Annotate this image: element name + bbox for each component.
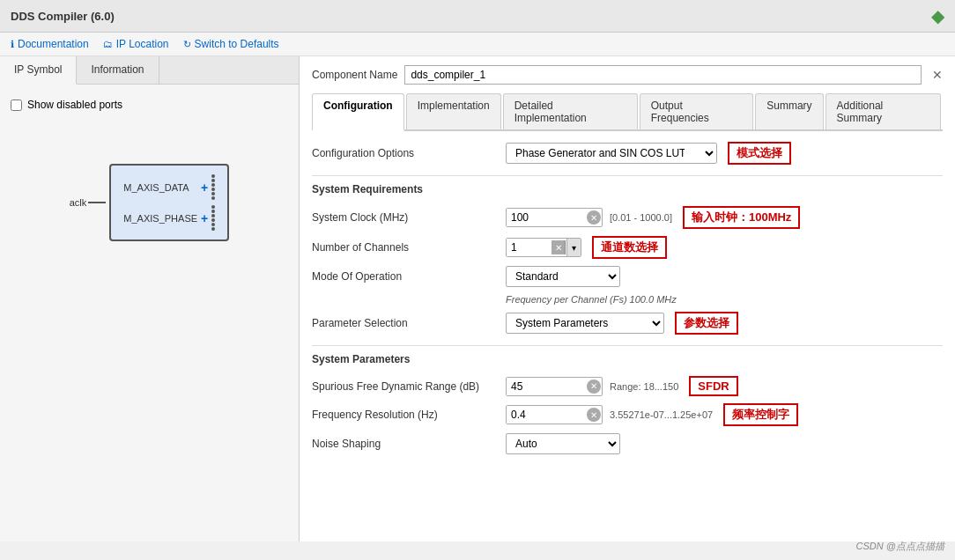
right-panel: Component Name ✕ Configuration Implement… bbox=[300, 56, 955, 542]
system-clock-range: [0.01 - 1000.0] bbox=[610, 212, 672, 223]
symbol-area: aclk M_AXIS_DATA + bbox=[11, 164, 288, 241]
show-disabled-label: Show disabled ports bbox=[27, 99, 122, 111]
sfdr-control: ✕ Range: 18...150 SFDR bbox=[506, 376, 943, 396]
toolbar: ℹ Documentation 🗂 IP Location ↻ Switch t… bbox=[0, 33, 955, 56]
noise-shaping-label: Noise Shaping bbox=[312, 438, 506, 450]
tab-detailed-implementation[interactable]: Detailed Implementation bbox=[503, 93, 638, 129]
component-name-row: Component Name ✕ bbox=[312, 65, 943, 85]
m-axis-data-right: + bbox=[197, 174, 215, 200]
annotation-mode: 模式选择 bbox=[728, 142, 791, 165]
freq-res-input[interactable] bbox=[507, 406, 586, 424]
system-clock-input-group: ✕ bbox=[506, 208, 603, 227]
left-panel: IP Symbol Information Show disabled port… bbox=[0, 56, 300, 542]
aclk-pin: aclk bbox=[70, 197, 107, 208]
system-params-title: System Parameters bbox=[312, 353, 943, 369]
config-options-label: Configuration Options bbox=[312, 147, 506, 159]
aclk-pin-line bbox=[88, 202, 106, 203]
system-requirements-section: System Requirements System Clock (MHz) ✕… bbox=[312, 183, 943, 335]
m-axis-phase-pin: M_AXIS_PHASE + bbox=[123, 205, 215, 231]
config-options-select[interactable]: Phase Generator and SIN COS LUT bbox=[506, 143, 717, 164]
left-panel-content: Show disabled ports aclk M_AXIS_DATA + bbox=[0, 85, 299, 250]
sfdr-clear[interactable]: ✕ bbox=[587, 379, 601, 394]
param-selection-row: Parameter Selection System Parameters 参数… bbox=[312, 312, 943, 335]
documentation-link[interactable]: ℹ Documentation bbox=[11, 38, 89, 50]
config-options-section: Configuration Options Phase Generator an… bbox=[312, 142, 943, 165]
m-axis-phase-label: M_AXIS_PHASE bbox=[123, 213, 197, 224]
annotation-clock: 输入时钟：100MHz bbox=[683, 206, 800, 229]
num-channels-label: Number of Channels bbox=[312, 241, 506, 254]
show-disabled-row: Show disabled ports bbox=[11, 99, 288, 111]
m-axis-phase-right: + bbox=[197, 205, 215, 231]
aclk-label: aclk bbox=[70, 197, 87, 208]
refresh-icon: ↻ bbox=[183, 39, 191, 50]
documentation-label: Documentation bbox=[18, 38, 89, 50]
annotation-sfdr: SFDR bbox=[689, 376, 737, 396]
system-clock-label: System Clock (MHz) bbox=[312, 211, 506, 224]
tabs-row: Configuration Implementation Detailed Im… bbox=[312, 93, 943, 131]
config-options-control: Phase Generator and SIN COS LUT 模式选择 bbox=[506, 142, 943, 165]
app-title: DDS Compiler (6.0) bbox=[11, 10, 115, 23]
m-axis-data-plus: + bbox=[201, 181, 208, 195]
close-icon[interactable]: ✕ bbox=[932, 68, 943, 82]
m-axis-data-pin: M_AXIS_DATA + bbox=[123, 174, 215, 200]
tab-ip-symbol[interactable]: IP Symbol bbox=[0, 56, 77, 85]
system-clock-row: System Clock (MHz) ✕ [0.01 - 1000.0] 输入时… bbox=[312, 206, 943, 229]
mode-operation-control: Standard bbox=[506, 266, 943, 287]
symbol-box: M_AXIS_DATA + M_AXIS_PHASE + bbox=[109, 164, 229, 241]
ip-location-label: IP Location bbox=[116, 38, 169, 50]
freq-res-input-group: ✕ bbox=[506, 405, 603, 424]
noise-shaping-select[interactable]: Auto bbox=[506, 433, 620, 454]
num-channels-dropdown[interactable]: ▾ bbox=[566, 239, 581, 256]
config-options-row: Configuration Options Phase Generator an… bbox=[312, 142, 943, 165]
num-channels-input-group: ✕ ▾ bbox=[506, 238, 581, 257]
sfdr-row: Spurious Free Dynamic Range (dB) ✕ Range… bbox=[312, 376, 943, 396]
show-disabled-checkbox[interactable] bbox=[11, 99, 22, 111]
annotation-freq: 频率控制字 bbox=[723, 403, 798, 426]
freq-per-channel-note: Frequency per Channel (Fs) 100.0 MHz bbox=[506, 294, 943, 305]
info-icon: ℹ bbox=[11, 39, 14, 50]
freq-res-label: Frequency Resolution (Hz) bbox=[312, 409, 506, 421]
freq-res-range: 3.55271e-07...1.25e+07 bbox=[610, 409, 713, 420]
m-axis-phase-dots bbox=[211, 205, 215, 231]
sfdr-input[interactable] bbox=[507, 378, 586, 395]
title-bar: DDS Compiler (6.0) ◆ bbox=[0, 0, 955, 33]
param-selection-select[interactable]: System Parameters bbox=[506, 313, 664, 334]
param-selection-control: System Parameters 参数选择 bbox=[506, 312, 943, 335]
mode-operation-label: Mode Of Operation bbox=[312, 270, 506, 283]
tab-summary[interactable]: Summary bbox=[755, 93, 823, 129]
noise-shaping-row: Noise Shaping Auto bbox=[312, 433, 943, 454]
freq-res-row: Frequency Resolution (Hz) ✕ 3.55271e-07.… bbox=[312, 403, 943, 426]
system-clock-control: ✕ [0.01 - 1000.0] 输入时钟：100MHz bbox=[506, 206, 943, 229]
param-selection-label: Parameter Selection bbox=[312, 317, 506, 329]
component-name-label: Component Name bbox=[312, 69, 397, 81]
tab-implementation[interactable]: Implementation bbox=[406, 93, 501, 129]
num-channels-row: Number of Channels ✕ ▾ 通道数选择 bbox=[312, 236, 943, 259]
sfdr-label: Spurious Free Dynamic Range (dB) bbox=[312, 380, 506, 393]
system-clock-input[interactable] bbox=[507, 209, 586, 226]
sfdr-input-group: ✕ bbox=[506, 377, 603, 396]
mode-operation-select[interactable]: Standard bbox=[506, 266, 620, 287]
system-params-section: System Parameters Spurious Free Dynamic … bbox=[312, 353, 943, 454]
m-axis-phase-plus: + bbox=[201, 211, 208, 225]
watermark: CSDN @点点点描描 bbox=[856, 540, 944, 553]
component-name-input[interactable] bbox=[404, 65, 922, 85]
m-axis-data-label: M_AXIS_DATA bbox=[123, 182, 189, 193]
switch-defaults-label: Switch to Defaults bbox=[195, 38, 279, 50]
num-channels-clear[interactable]: ✕ bbox=[552, 240, 566, 254]
tab-configuration[interactable]: Configuration bbox=[312, 93, 404, 131]
m-axis-data-dots bbox=[211, 174, 215, 200]
tab-additional-summary[interactable]: Additional Summary bbox=[825, 93, 941, 129]
switch-defaults-link[interactable]: ↻ Switch to Defaults bbox=[183, 38, 279, 50]
left-tabs: IP Symbol Information bbox=[0, 56, 299, 85]
num-channels-input[interactable] bbox=[507, 239, 551, 256]
system-clock-clear[interactable]: ✕ bbox=[587, 210, 601, 225]
system-req-title: System Requirements bbox=[312, 183, 943, 199]
annotation-channels: 通道数选择 bbox=[592, 236, 667, 259]
freq-res-control: ✕ 3.55271e-07...1.25e+07 频率控制字 bbox=[506, 403, 943, 426]
mode-operation-row: Mode Of Operation Standard bbox=[312, 266, 943, 287]
app-logo: ◆ bbox=[931, 5, 944, 26]
freq-res-clear[interactable]: ✕ bbox=[587, 408, 601, 422]
ip-location-link[interactable]: 🗂 IP Location bbox=[103, 38, 169, 50]
tab-output-frequencies[interactable]: Output Frequencies bbox=[640, 93, 753, 129]
tab-information[interactable]: Information bbox=[77, 56, 159, 84]
